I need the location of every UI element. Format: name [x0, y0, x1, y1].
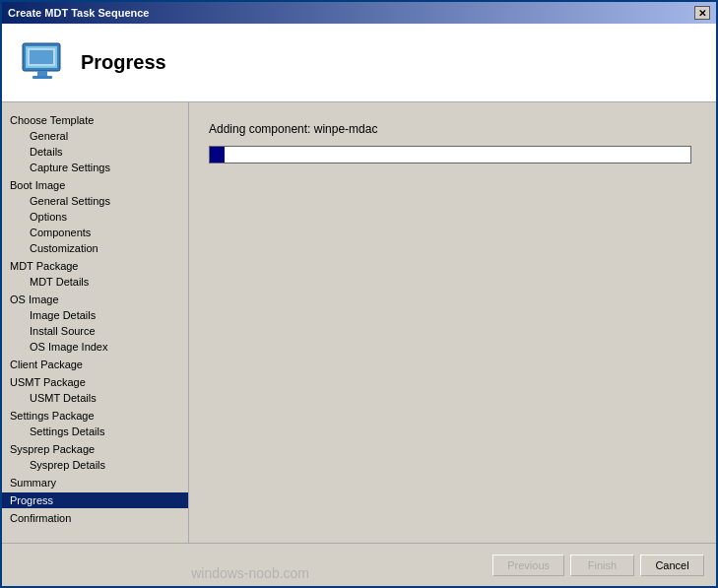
progress-bar-container [209, 146, 691, 163]
sidebar-item-components[interactable]: Components [2, 225, 188, 240]
watermark: windows-noob.com [191, 565, 309, 581]
sidebar-item-os-image-index[interactable]: OS Image Index [2, 339, 188, 355]
footer: windows-noob.com Previous Finish Cancel [2, 543, 716, 586]
sidebar-item-general[interactable]: General [2, 128, 188, 144]
sidebar-item-customization[interactable]: Customization [2, 240, 188, 256]
window-title: Create MDT Task Sequence [8, 7, 149, 19]
sidebar-item-details[interactable]: Details [2, 144, 188, 160]
cancel-button[interactable]: Cancel [640, 555, 704, 576]
previous-button[interactable]: Previous [492, 555, 564, 576]
sidebar-item-image-details[interactable]: Image Details [2, 307, 188, 323]
finish-button[interactable]: Finish [570, 555, 634, 576]
sidebar-item-confirmation[interactable]: Confirmation [2, 510, 188, 526]
sidebar-item-usmt-package[interactable]: USMT Package [2, 374, 188, 390]
sidebar-item-capture-settings[interactable]: Capture Settings [2, 160, 188, 175]
close-button[interactable]: ✕ [694, 6, 710, 20]
header-icon [18, 38, 67, 88]
sidebar-item-general-settings[interactable]: General Settings [2, 193, 188, 209]
sidebar-item-options[interactable]: Options [2, 209, 188, 225]
sidebar-item-progress[interactable]: Progress [2, 492, 188, 508]
sidebar-item-os-image[interactable]: OS Image [2, 292, 188, 307]
sidebar-item-boot-image[interactable]: Boot Image [2, 177, 188, 193]
sidebar-item-install-source[interactable]: Install Source [2, 323, 188, 339]
content-area: Adding component: winpe-mdac [189, 102, 716, 543]
sidebar-item-choose-template[interactable]: Choose Template [2, 112, 188, 128]
sidebar-item-mdt-details[interactable]: MDT Details [2, 274, 188, 290]
svg-rect-5 [30, 50, 53, 64]
sidebar: Choose TemplateGeneralDetailsCapture Set… [2, 102, 189, 543]
sidebar-item-usmt-details[interactable]: USMT Details [2, 390, 188, 406]
main-window: Create MDT Task Sequence ✕ Progress Choo… [0, 0, 718, 588]
header: Progress [2, 24, 716, 102]
sidebar-item-sysprep-details[interactable]: Sysprep Details [2, 457, 188, 473]
svg-rect-3 [33, 76, 52, 79]
sidebar-item-summary[interactable]: Summary [2, 475, 188, 490]
sidebar-item-settings-details[interactable]: Settings Details [2, 424, 188, 439]
sidebar-item-settings-package[interactable]: Settings Package [2, 408, 188, 424]
sidebar-item-sysprep-package[interactable]: Sysprep Package [2, 441, 188, 457]
progress-bar-fill [210, 147, 225, 163]
page-title: Progress [81, 51, 166, 74]
main-content: Choose TemplateGeneralDetailsCapture Set… [2, 102, 716, 543]
title-bar: Create MDT Task Sequence ✕ [2, 2, 716, 24]
sidebar-item-client-package[interactable]: Client Package [2, 357, 188, 372]
status-text: Adding component: winpe-mdac [209, 122, 696, 136]
sidebar-item-mdt-package[interactable]: MDT Package [2, 258, 188, 274]
